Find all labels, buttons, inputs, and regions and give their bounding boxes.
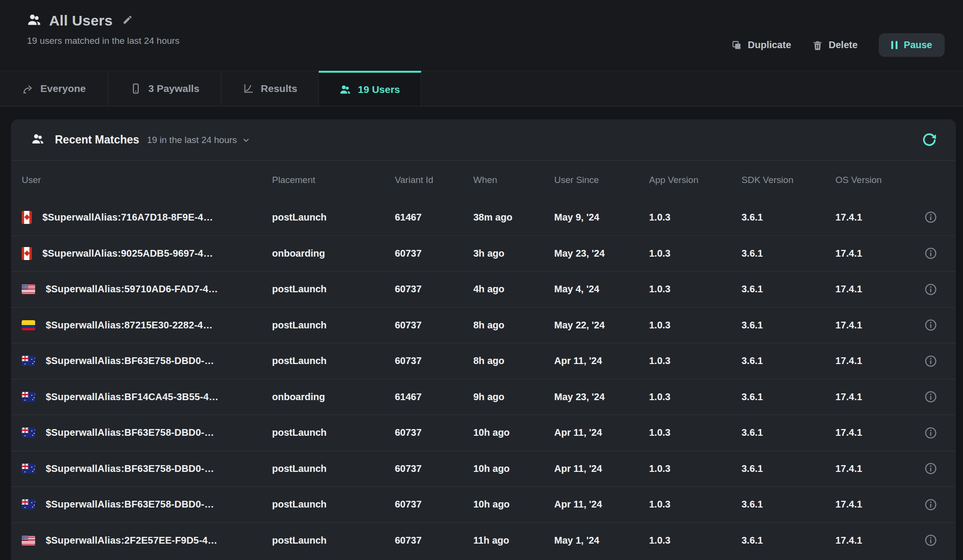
sdk-version-value: 3.6.1 <box>742 284 835 295</box>
user-alias: $SuperwallAlias:BF63E758-DBD0-… <box>46 463 214 474</box>
phone-icon <box>130 83 142 94</box>
os-version-value: 17.4.1 <box>835 463 917 474</box>
refresh-icon[interactable] <box>921 132 937 148</box>
tab-users-label: 19 Users <box>358 84 400 95</box>
duplicate-button[interactable]: Duplicate <box>731 39 791 51</box>
page-subtitle: 19 users matched in the last 24 hours <box>27 36 180 46</box>
variant-id-value: 61467 <box>395 391 473 403</box>
sdk-version-value: 3.6.1 <box>742 320 835 331</box>
info-icon[interactable] <box>924 498 937 511</box>
user-since-value: May 23, '24 <box>554 248 649 259</box>
card-header: Recent Matches 19 in the last 24 hours <box>11 119 956 160</box>
users-icon <box>27 13 41 29</box>
users-icon <box>31 132 44 147</box>
flag-ca-icon <box>22 211 32 224</box>
table-row[interactable]: $SuperwallAlias:87215E30-2282-4… postLau… <box>11 307 956 343</box>
col-app-version: App Version <box>649 175 742 185</box>
user-alias: $SuperwallAlias:9025ADB5-9697-4… <box>42 248 213 259</box>
table-row[interactable]: $SuperwallAlias:716A7D18-8F9E-4… postLau… <box>11 199 956 235</box>
app-version-value: 1.0.3 <box>649 391 742 403</box>
page-title: All Users <box>49 13 113 29</box>
tab-everyone-label: Everyone <box>40 83 86 94</box>
share-arrow-icon <box>22 83 34 94</box>
match-window-selector[interactable]: 19 in the last 24 hours <box>147 135 237 145</box>
user-alias: $SuperwallAlias:87215E30-2282-4… <box>46 320 213 331</box>
info-icon[interactable] <box>924 354 937 368</box>
duplicate-icon <box>731 40 742 51</box>
placement-value: postLaunch <box>272 427 395 438</box>
info-icon[interactable] <box>924 318 937 332</box>
app-version-value: 1.0.3 <box>649 535 742 546</box>
when-value: 38m ago <box>473 212 554 223</box>
user-alias: $SuperwallAlias:BF14CA45-3B55-4… <box>46 391 219 403</box>
user-alias: $SuperwallAlias:59710AD6-FAD7-4… <box>46 284 218 295</box>
flag-us-icon <box>22 535 35 546</box>
tab-results[interactable]: Results <box>221 71 319 106</box>
user-since-value: Apr 11, '24 <box>554 427 649 438</box>
table-row[interactable]: $SuperwallAlias:BF63E758-DBD0-… postLaun… <box>11 415 956 451</box>
variant-id-value: 60737 <box>395 320 473 331</box>
os-version-value: 17.4.1 <box>835 248 917 259</box>
when-value: 10h ago <box>473 463 554 474</box>
os-version-value: 17.4.1 <box>835 355 917 366</box>
user-alias: $SuperwallAlias:2F2E57EE-F9D5-4… <box>46 535 218 546</box>
user-since-value: Apr 11, '24 <box>554 463 649 474</box>
user-since-value: May 23, '24 <box>554 391 649 403</box>
info-icon[interactable] <box>924 283 937 296</box>
table-row[interactable]: $SuperwallAlias:9025ADB5-9697-4… onboard… <box>11 235 956 272</box>
when-value: 9h ago <box>473 391 554 403</box>
pause-icon <box>891 41 898 49</box>
edit-pencil-icon[interactable] <box>122 14 133 27</box>
flag-au-icon <box>22 499 35 509</box>
tab-users[interactable]: 19 Users <box>319 71 421 106</box>
app-version-value: 1.0.3 <box>649 499 742 510</box>
info-icon[interactable] <box>924 210 937 224</box>
main-content: Recent Matches 19 in the last 24 hours U… <box>0 106 963 560</box>
table-row[interactable]: $SuperwallAlias:BF63E758-DBD0-… postLaun… <box>11 451 956 487</box>
chart-icon <box>243 83 254 94</box>
info-icon[interactable] <box>924 462 937 475</box>
user-since-value: May 4, '24 <box>554 284 649 295</box>
tab-paywalls-label: 3 Paywalls <box>148 83 199 94</box>
chevron-down-icon[interactable] <box>242 136 250 144</box>
pause-button[interactable]: Pause <box>879 33 945 57</box>
sdk-version-value: 3.6.1 <box>742 535 835 546</box>
os-version-value: 17.4.1 <box>835 499 917 510</box>
variant-id-value: 60737 <box>395 535 473 546</box>
placement-value: postLaunch <box>272 499 395 510</box>
delete-label: Delete <box>829 39 858 51</box>
title-block: All Users 19 users matched in the last 2… <box>27 13 180 71</box>
tab-paywalls[interactable]: 3 Paywalls <box>108 71 221 106</box>
pause-label: Pause <box>904 39 932 51</box>
user-since-value: Apr 11, '24 <box>554 499 649 510</box>
table-row[interactable]: $SuperwallAlias:59710AD6-FAD7-4… postLau… <box>11 271 956 307</box>
app-version-value: 1.0.3 <box>649 463 742 474</box>
variant-id-value: 60737 <box>395 427 473 438</box>
delete-button[interactable]: Delete <box>812 39 858 51</box>
tab-results-label: Results <box>261 83 298 94</box>
sdk-version-value: 3.6.1 <box>742 355 835 366</box>
sdk-version-value: 3.6.1 <box>742 427 835 438</box>
sdk-version-value: 3.6.1 <box>742 391 835 403</box>
info-icon[interactable] <box>924 247 937 260</box>
variant-id-value: 60737 <box>395 248 473 259</box>
info-icon[interactable] <box>924 534 937 547</box>
table-row[interactable]: $SuperwallAlias:2F2E57EE-F9D5-4… postLau… <box>11 522 956 559</box>
sdk-version-value: 3.6.1 <box>742 248 835 259</box>
when-value: 8h ago <box>473 320 554 331</box>
user-alias: $SuperwallAlias:BF63E758-DBD0-… <box>46 427 214 438</box>
user-since-value: Apr 11, '24 <box>554 355 649 366</box>
table-row[interactable]: $SuperwallAlias:BF14CA45-3B55-4… onboard… <box>11 379 956 415</box>
flag-us-icon <box>22 284 35 294</box>
trash-icon <box>812 40 823 51</box>
tab-everyone[interactable]: Everyone <box>0 71 108 106</box>
info-icon[interactable] <box>924 390 937 404</box>
user-alias: $SuperwallAlias:716A7D18-8F9E-4… <box>42 212 213 223</box>
app-version-value: 1.0.3 <box>649 427 742 438</box>
sdk-version-value: 3.6.1 <box>742 212 835 223</box>
col-variant-id: Variant Id <box>395 175 473 185</box>
table-row[interactable]: $SuperwallAlias:BF63E758-DBD0-… postLaun… <box>11 343 956 379</box>
table-row[interactable]: $SuperwallAlias:BF63E758-DBD0-… postLaun… <box>11 486 956 522</box>
info-icon[interactable] <box>924 426 937 440</box>
when-value: 10h ago <box>473 427 554 438</box>
